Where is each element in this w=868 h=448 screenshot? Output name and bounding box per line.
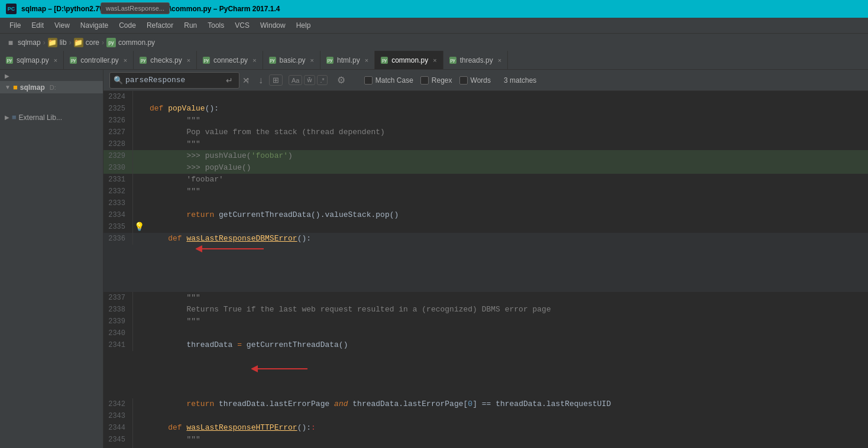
line-number: 2326 (103, 115, 133, 126)
nav-label-core: core (86, 38, 99, 47)
tab-label-sqlmappy: sqlmap.py (17, 56, 49, 64)
menu-edit[interactable]: Edit (27, 20, 48, 31)
menu-run[interactable]: Run (179, 20, 202, 31)
tab-checkspy[interactable]: py checks.py × (134, 51, 197, 69)
table-row: 2342 return threadData.lastErrorPage and… (103, 398, 868, 410)
menu-window[interactable]: Window (255, 20, 290, 31)
table-row: 2344 def wasLastResponseHTTPError():: (103, 422, 868, 434)
menu-navigate[interactable]: Navigate (76, 20, 113, 31)
words-checkbox[interactable] (459, 76, 468, 85)
table-row: 2334 return getCurrentThreadData().value… (103, 209, 868, 221)
menu-tools[interactable]: Tools (203, 20, 229, 31)
menu-code[interactable]: Code (114, 20, 141, 31)
menu-bar: File Edit View Navigate Code Refactor Ru… (0, 18, 868, 33)
find-next-button[interactable]: ↓ (256, 74, 265, 87)
match-case-option[interactable]: Match Case (364, 76, 413, 85)
line-number: 2343 (103, 410, 133, 422)
tab-close-connectpy[interactable]: × (252, 57, 256, 64)
core-folder-icon: 📁 (74, 38, 83, 47)
nav-sep-3: › (102, 38, 104, 47)
words-option[interactable]: Words (459, 76, 491, 85)
find-input-wrapper: 🔍 ↵ ✕ (109, 72, 239, 89)
line-code: """ (145, 316, 868, 327)
sidebar-item-sqlmap[interactable]: ▼ ■ sqlmap D: (0, 81, 103, 93)
menu-help[interactable]: Help (292, 20, 316, 31)
line-code: Returns the last web request resulted in… (145, 446, 868, 448)
tab-commonpy[interactable]: py common.py × (375, 51, 443, 69)
table-row: 2335 💡 (103, 221, 868, 233)
tab-basicpy[interactable]: py basic.py × (263, 51, 320, 69)
tab-sqlmappy[interactable]: py sqlmap.py × (0, 51, 64, 69)
menu-file[interactable]: File (5, 20, 25, 31)
find-enter-button[interactable]: ↵ (222, 74, 237, 87)
lightbulb-icon[interactable]: 💡 (134, 221, 144, 233)
tab-threadspy[interactable]: py threads.py × (443, 51, 508, 69)
nav-item-core[interactable]: 📁 core (74, 38, 99, 47)
tab-close-threadspy[interactable]: × (498, 57, 501, 64)
menu-vcs[interactable]: VCS (230, 20, 254, 31)
tab-connectpy[interactable]: py connect.py × (197, 51, 263, 69)
tab-controllerpy[interactable]: py controller.py × (64, 51, 134, 69)
sidebar-item-run[interactable]: ▶ (0, 71, 103, 81)
table-row: 2330 >>> popValue() (103, 162, 868, 174)
line-code: return threadData.lastErrorPage and thre… (145, 398, 868, 410)
line-code: Returns True if the last web request res… (145, 304, 868, 316)
nav-sep-1: › (43, 38, 46, 47)
regex-label: Regex (432, 76, 452, 85)
line-code: """ (145, 186, 868, 197)
tab-htmlpy[interactable]: py html.py × (320, 51, 375, 69)
tabs-bar: py sqlmap.py × py controller.py × py che… (0, 51, 868, 70)
line-number: 2332 (103, 186, 133, 197)
nav-item-sqlmap[interactable]: ■ sqlmap (6, 38, 41, 47)
find-prev-button[interactable]: ↑ (243, 74, 252, 87)
regex-checkbox[interactable] (420, 76, 429, 85)
table-row: 2333 (103, 197, 868, 209)
tab-label-connectpy: connect.py (213, 56, 248, 64)
tab-icon-checkspy: py (140, 57, 147, 64)
sidebar-item-extlib[interactable]: ▶ ≡ External Lib... (0, 111, 103, 124)
search-input[interactable] (125, 76, 220, 85)
tab-close-controllerpy[interactable]: × (124, 57, 127, 64)
tab-label-threadspy: threads.py (460, 56, 493, 64)
line-code: """ (145, 292, 868, 304)
nav-label-commonpy: common.py (118, 38, 155, 47)
words-label: Words (471, 76, 491, 85)
code-editor[interactable]: 2324 2325 def popValue(): 2326 """ 2327 (103, 91, 868, 448)
line-number: 2336 (103, 233, 133, 245)
tab-label-basicpy: basic.py (280, 56, 306, 64)
sidebar: wasLastResponse... ▶ ▼ ■ sqlmap D: ▶ ≡ E… (0, 70, 103, 448)
menu-view[interactable]: View (50, 20, 75, 31)
find-casesensitive-toggle[interactable]: Aa (289, 75, 302, 85)
table-row: 2326 """ (103, 115, 868, 126)
nav-label-sqlmap: sqlmap (18, 38, 41, 47)
find-settings-button[interactable]: ⚙ (333, 73, 349, 87)
editor-area: 🔍 ↵ ✕ ↑ ↓ ⊞ Aa w̄ .* ⚙ Match Case (103, 70, 868, 448)
line-code: >>> pushValue('foobar') (145, 150, 868, 162)
find-regex-toggle[interactable]: .* (317, 75, 327, 85)
tab-close-checkspy[interactable]: × (187, 57, 190, 64)
find-word-toggle[interactable]: w̄ (304, 75, 315, 85)
sqlmap-folder-icon: ■ (13, 83, 18, 92)
line-number: 2327 (103, 126, 133, 138)
line-number: 2328 (103, 138, 133, 150)
line-gutter: 💡 (133, 221, 145, 233)
tab-close-sqlmappy[interactable]: × (54, 57, 57, 64)
match-case-checkbox[interactable] (364, 76, 373, 85)
regex-option[interactable]: Regex (420, 76, 452, 85)
line-code: 'foobar' (145, 174, 868, 186)
table-row: 2336 def wasLastResponseDBMSError(): (103, 233, 868, 292)
nav-item-lib[interactable]: 📁 lib (48, 38, 67, 47)
line-number: 2345 (103, 434, 133, 446)
nav-item-commonpy[interactable]: py common.py (106, 38, 155, 47)
find-allocc-button[interactable]: ⊞ (269, 74, 283, 86)
tab-close-basicpy[interactable]: × (310, 57, 314, 64)
line-number: 2329 (103, 150, 133, 162)
extlib-arrow: ▶ (5, 114, 9, 121)
find-bar: 🔍 ↵ ✕ ↑ ↓ ⊞ Aa w̄ .* ⚙ Match Case (103, 70, 868, 91)
tab-label-commonpy: common.py (391, 56, 428, 64)
match-count: 3 matches (504, 76, 536, 85)
tab-close-commonpy[interactable]: × (433, 57, 436, 64)
menu-refactor[interactable]: Refactor (142, 20, 178, 31)
tab-close-htmlpy[interactable]: × (365, 57, 368, 64)
table-row: 2338 Returns True if the last web reques… (103, 304, 868, 316)
